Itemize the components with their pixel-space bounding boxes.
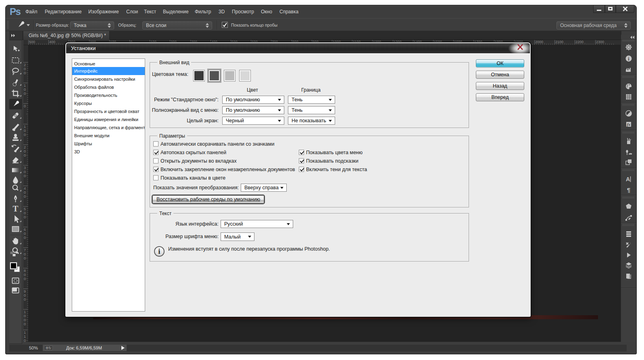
svg-text:¶: ¶	[627, 186, 630, 193]
svg-text:T: T	[13, 204, 19, 213]
svg-text:A: A	[626, 176, 630, 182]
svg-text:fx: fx	[627, 122, 631, 127]
